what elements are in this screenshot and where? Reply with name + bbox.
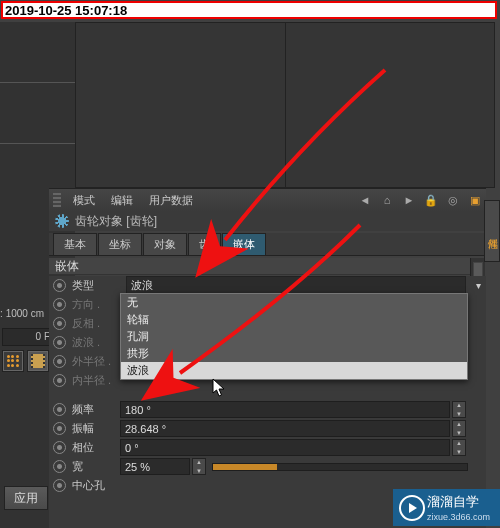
phase-field[interactable]: 0 °: [120, 439, 450, 456]
spinner-icon[interactable]: ▲▼: [192, 458, 206, 475]
apply-button[interactable]: 应用: [4, 486, 48, 510]
play-icon: [399, 495, 425, 521]
tab-basic[interactable]: 基本: [53, 233, 97, 255]
nav-back-icon[interactable]: ◄: [356, 192, 374, 208]
gear-icon: [55, 214, 69, 228]
radio-icon: [53, 298, 66, 311]
dropdown-arrow-icon[interactable]: ▾: [470, 280, 486, 291]
dropdown-option-hole[interactable]: 孔洞: [121, 328, 467, 345]
attr-label: 类型: [72, 278, 120, 293]
radio-icon[interactable]: [53, 460, 66, 473]
spinner-icon[interactable]: ▲▼: [452, 439, 466, 456]
side-tab-attributes[interactable]: 属性: [484, 200, 500, 262]
attr-label: 相位: [72, 440, 120, 455]
viewport-preview[interactable]: [75, 22, 495, 188]
panel-header: 齿轮对象 [齿轮]: [49, 211, 486, 231]
grid-icon-button[interactable]: [2, 350, 24, 372]
freq-field[interactable]: 180 °: [120, 401, 450, 418]
spinner-icon[interactable]: ▲▼: [452, 401, 466, 418]
radio-icon[interactable]: [53, 479, 66, 492]
radio-icon: [53, 336, 66, 349]
watermark: 溜溜自学 zixue.3d66.com: [393, 489, 500, 526]
dropdown-option-wave[interactable]: 波浪: [121, 362, 467, 379]
attr-label: 振幅: [72, 421, 120, 436]
attr-label: 频率: [72, 402, 120, 417]
attr-label: 中心孔: [72, 478, 120, 493]
tab-coord[interactable]: 坐标: [98, 233, 142, 255]
target-icon[interactable]: ◎: [444, 192, 462, 208]
type-dropdown-popup: 无 轮辐 孔洞 拱形 波浪: [120, 293, 468, 380]
new-tab-icon[interactable]: ▣: [466, 192, 484, 208]
attribute-menubar: 模式 编辑 用户数据 ◄ ⌂ ► 🔒 ◎ ▣: [49, 188, 486, 211]
tab-object[interactable]: 对象: [143, 233, 187, 255]
radio-icon: [53, 317, 66, 330]
radio-icon[interactable]: [53, 441, 66, 454]
radio-icon: [53, 374, 66, 387]
lock-icon[interactable]: 🔒: [422, 192, 440, 208]
attr-label: 波浪 .: [72, 335, 120, 350]
attr-label: 宽: [72, 459, 120, 474]
menu-edit[interactable]: 编辑: [103, 193, 141, 208]
radio-icon[interactable]: [53, 279, 66, 292]
attributes-lower: 频率 180 ° ▲▼ 振幅 28.648 ° ▲▼ 相位 0 ° ▲▼ 宽 2…: [49, 400, 472, 495]
width-slider[interactable]: [212, 463, 468, 471]
attr-label: 反相 .: [72, 316, 120, 331]
spinner-icon[interactable]: ▲▼: [452, 420, 466, 437]
frame-field[interactable]: 0 F: [2, 328, 54, 346]
amp-field[interactable]: 28.648 °: [120, 420, 450, 437]
section-title: 嵌体: [49, 258, 470, 275]
panel-title: 齿轮对象 [齿轮]: [75, 213, 157, 230]
dropdown-option-spoke[interactable]: 轮辐: [121, 311, 467, 328]
dropdown-option-arch[interactable]: 拱形: [121, 345, 467, 362]
nav-fwd-icon[interactable]: ►: [400, 192, 418, 208]
radio-icon[interactable]: [53, 403, 66, 416]
drag-handle-icon[interactable]: [53, 193, 61, 207]
dropdown-option-none[interactable]: 无: [121, 294, 467, 311]
tab-teeth[interactable]: 齿: [188, 233, 221, 255]
attr-label: 内半径 .: [72, 373, 120, 388]
attr-label: 方向 .: [72, 297, 120, 312]
left-info: : 1000 cm: [0, 305, 48, 323]
radio-icon[interactable]: [53, 422, 66, 435]
tab-inlay[interactable]: 嵌体: [222, 233, 266, 255]
attr-label: 外半径 .: [72, 354, 120, 369]
watermark-title: 溜溜自学: [427, 493, 479, 511]
attribute-tabs: 基本 坐标 对象 齿 嵌体: [49, 233, 486, 256]
watermark-url: zixue.3d66.com: [427, 512, 490, 522]
menu-mode[interactable]: 模式: [65, 193, 103, 208]
radio-icon: [53, 355, 66, 368]
width-field[interactable]: 25 %: [120, 458, 190, 475]
timestamp-overlay: 2019-10-25 15:07:18: [1, 1, 497, 19]
nav-home-icon[interactable]: ⌂: [378, 192, 396, 208]
menu-userdata[interactable]: 用户数据: [141, 193, 201, 208]
film-icon-button[interactable]: [27, 350, 49, 372]
